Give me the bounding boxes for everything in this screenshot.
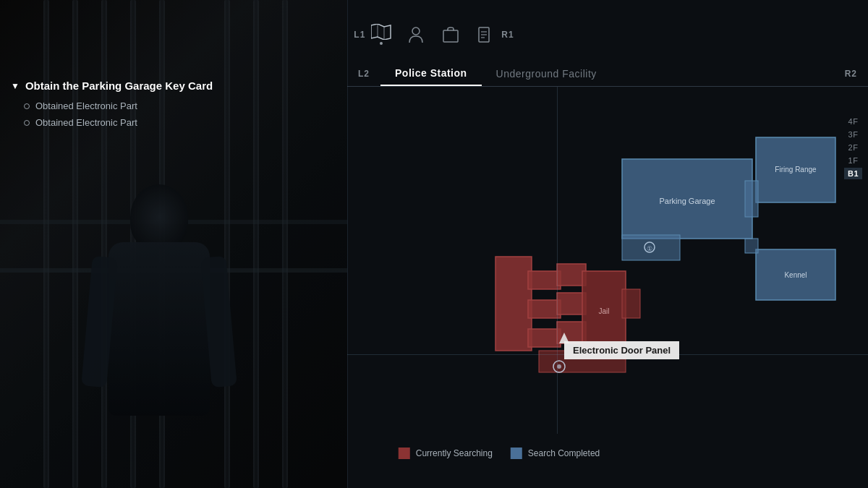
- top-navigation: L1: [0, 0, 868, 61]
- map-svg: Parking Garage Firing Range Kennel ① Jai…: [354, 87, 861, 434]
- floor-4f[interactable]: 4F: [844, 116, 862, 127]
- map-legend: Currently Searching Search Completed: [399, 448, 600, 459]
- nav-icon-character[interactable]: [406, 27, 426, 43]
- l2-label: L2: [358, 69, 370, 79]
- svg-rect-4: [443, 30, 458, 42]
- circle-icon-1: [24, 103, 30, 109]
- svg-rect-12: [528, 271, 561, 289]
- r1-label: R1: [501, 30, 514, 40]
- kennel-label: Kennel: [784, 271, 807, 279]
- jail-left: [495, 257, 532, 351]
- parking-garage-label: Parking Garage: [659, 197, 715, 205]
- circle-icon-2: [24, 120, 30, 126]
- svg-point-3: [412, 27, 420, 35]
- nav-center: L1: [354, 24, 514, 45]
- electronic-door-panel-tooltip: Electronic Door Panel: [564, 341, 679, 359]
- sub-objective-1: Obtained Electronic Part: [11, 100, 250, 111]
- sub-objective-2: Obtained Electronic Part: [11, 117, 250, 128]
- floor-2f[interactable]: 2F: [844, 142, 862, 153]
- legend-color-completed: [511, 448, 522, 459]
- nav-icon-group: [371, 24, 495, 45]
- nav-icon-inventory[interactable]: [441, 27, 461, 43]
- map-container: Parking Garage Firing Range Kennel ① Jai…: [354, 87, 861, 434]
- floor-indicator: 4F 3F 2F 1F B1: [844, 116, 862, 179]
- nav-icon-files[interactable]: [475, 27, 495, 43]
- svg-marker-0: [371, 24, 391, 40]
- main-objective: ▼ Obtain the Parking Garage Key Card: [11, 80, 250, 92]
- svg-rect-10: [745, 239, 758, 253]
- character-icon: [406, 27, 426, 43]
- legend-completed: Search Completed: [511, 448, 600, 459]
- firing-range-label: Firing Range: [775, 166, 817, 174]
- crosshair-vertical: [557, 87, 558, 434]
- svg-rect-19: [622, 289, 640, 318]
- jail-label: Jail: [598, 307, 609, 315]
- nav-icon-map[interactable]: [371, 24, 391, 45]
- tab-underground-facility[interactable]: Underground Facility: [482, 62, 611, 85]
- r2-label: R2: [845, 69, 857, 79]
- player-location-text: ①: [647, 245, 652, 252]
- legend-color-searching: [399, 448, 410, 459]
- floor-1f[interactable]: 1F: [844, 155, 862, 166]
- files-icon: [475, 27, 495, 43]
- svg-rect-14: [528, 329, 561, 347]
- legend-searching: Currently Searching: [399, 448, 493, 459]
- inventory-icon: [441, 27, 461, 43]
- l1-label: L1: [354, 30, 365, 40]
- svg-rect-16: [557, 293, 586, 314]
- tab-police-station[interactable]: Police Station: [380, 61, 482, 86]
- chevron-icon: ▼: [11, 81, 20, 91]
- svg-rect-15: [557, 264, 586, 286]
- nav-dot-map: [380, 42, 383, 45]
- objectives-panel: ▼ Obtain the Parking Garage Key Card Obt…: [0, 80, 260, 134]
- floor-3f[interactable]: 3F: [844, 129, 862, 140]
- svg-rect-9: [745, 181, 758, 217]
- left-panel-overlay: [0, 0, 347, 488]
- map-icon: [371, 24, 391, 40]
- tab-bar: L2 Police Station Underground Facility R…: [347, 61, 868, 87]
- floor-b1[interactable]: B1: [844, 168, 862, 179]
- svg-rect-13: [528, 300, 561, 318]
